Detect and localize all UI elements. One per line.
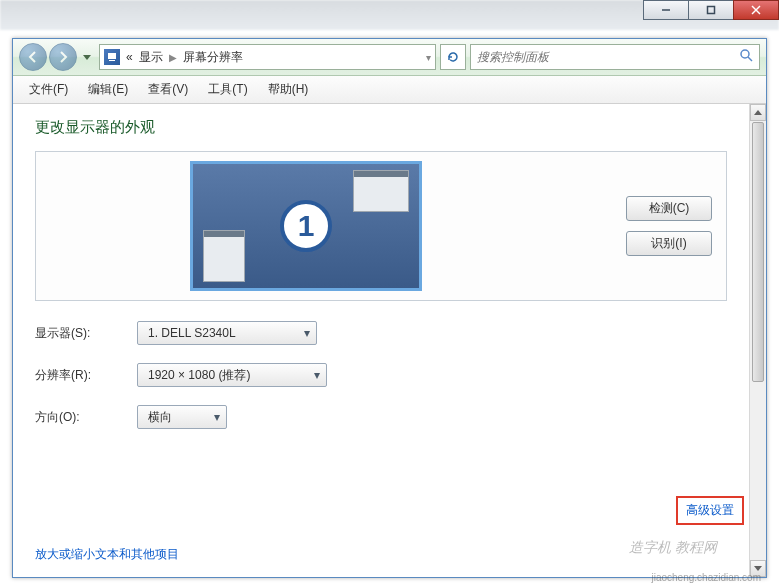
resolution-dropdown[interactable]: 1920 × 1080 (推荐) ▾: [137, 363, 327, 387]
chevron-down-icon: ▾: [314, 368, 320, 382]
advanced-settings-highlight: 高级设置: [676, 496, 744, 525]
page-title: 更改显示器的外观: [35, 118, 727, 137]
menu-view[interactable]: 查看(V): [138, 77, 198, 102]
nav-forward-button[interactable]: [49, 43, 77, 71]
address-bar-row: « 显示 ▶ 屏幕分辨率 ▾: [13, 39, 766, 76]
menu-tools[interactable]: 工具(T): [198, 77, 257, 102]
chevron-right-icon: ▶: [169, 52, 177, 63]
menu-file[interactable]: 文件(F): [19, 77, 78, 102]
orientation-value: 横向: [148, 409, 172, 426]
advanced-settings-link[interactable]: 高级设置: [686, 503, 734, 517]
chevron-down-icon: ▾: [214, 410, 220, 424]
search-input[interactable]: [477, 50, 733, 64]
resolution-value: 1920 × 1080 (推荐): [148, 367, 250, 384]
search-icon[interactable]: [739, 48, 753, 66]
menu-edit[interactable]: 编辑(E): [78, 77, 138, 102]
monitor-preview-box: 1 检测(C) 识别(I): [35, 151, 727, 301]
menu-help[interactable]: 帮助(H): [258, 77, 319, 102]
breadcrumb-resolution[interactable]: 屏幕分辨率: [183, 49, 243, 66]
scroll-up-button[interactable]: [750, 104, 766, 121]
control-panel-icon: [104, 49, 120, 65]
nav-buttons: [19, 43, 95, 71]
vertical-scrollbar[interactable]: [749, 104, 766, 577]
breadcrumb-prefix[interactable]: «: [126, 50, 133, 64]
control-panel-window: « 显示 ▶ 屏幕分辨率 ▾ 文件(F) 编辑(E) 查看(V) 工具(T: [12, 38, 767, 578]
outer-window: « 显示 ▶ 屏幕分辨率 ▾ 文件(F) 编辑(E) 查看(V) 工具(T: [0, 0, 779, 587]
scroll-down-button[interactable]: [750, 560, 766, 577]
scrollbar-thumb[interactable]: [752, 122, 764, 382]
detect-button[interactable]: 检测(C): [626, 196, 712, 221]
address-dropdown-icon[interactable]: ▾: [426, 52, 431, 63]
maximize-button[interactable]: [688, 0, 734, 20]
resolution-row: 分辨率(R): 1920 × 1080 (推荐) ▾: [35, 363, 727, 387]
close-button[interactable]: [733, 0, 779, 20]
monitor-buttons: 检测(C) 识别(I): [626, 196, 712, 256]
display-label: 显示器(S):: [35, 325, 125, 342]
display-dropdown[interactable]: 1. DELL S2340L ▾: [137, 321, 317, 345]
svg-rect-4: [108, 53, 116, 59]
chevron-down-icon: ▾: [304, 326, 310, 340]
display-value: 1. DELL S2340L: [148, 326, 236, 340]
orientation-label: 方向(O):: [35, 409, 125, 426]
nav-history-dropdown[interactable]: [79, 45, 95, 69]
window-controls: [644, 0, 779, 20]
monitor-preview[interactable]: 1: [190, 161, 422, 291]
nav-back-button[interactable]: [19, 43, 47, 71]
orientation-dropdown[interactable]: 横向 ▾: [137, 405, 227, 429]
text-scaling-link[interactable]: 放大或缩小文本和其他项目: [35, 546, 179, 563]
mini-window-icon: [203, 230, 245, 282]
svg-rect-1: [708, 7, 715, 14]
identify-button[interactable]: 识别(I): [626, 231, 712, 256]
address-bar[interactable]: « 显示 ▶ 屏幕分辨率 ▾: [99, 44, 436, 70]
svg-rect-5: [109, 60, 115, 61]
refresh-button[interactable]: [440, 44, 466, 70]
monitor-number-badge: 1: [280, 200, 332, 252]
content-area: 更改显示器的外观 1 检测(C) 识别(I) 显示器(S): 1: [13, 104, 749, 577]
display-row: 显示器(S): 1. DELL S2340L ▾: [35, 321, 727, 345]
mini-window-icon: [353, 170, 409, 212]
menu-bar: 文件(F) 编辑(E) 查看(V) 工具(T) 帮助(H): [13, 76, 766, 104]
svg-point-6: [741, 50, 749, 58]
orientation-row: 方向(O): 横向 ▾: [35, 405, 727, 429]
resolution-label: 分辨率(R):: [35, 367, 125, 384]
svg-line-7: [748, 57, 752, 61]
minimize-button[interactable]: [643, 0, 689, 20]
search-box[interactable]: [470, 44, 760, 70]
content-wrap: 更改显示器的外观 1 检测(C) 识别(I) 显示器(S): 1: [13, 104, 766, 577]
breadcrumb-display[interactable]: 显示: [139, 49, 163, 66]
